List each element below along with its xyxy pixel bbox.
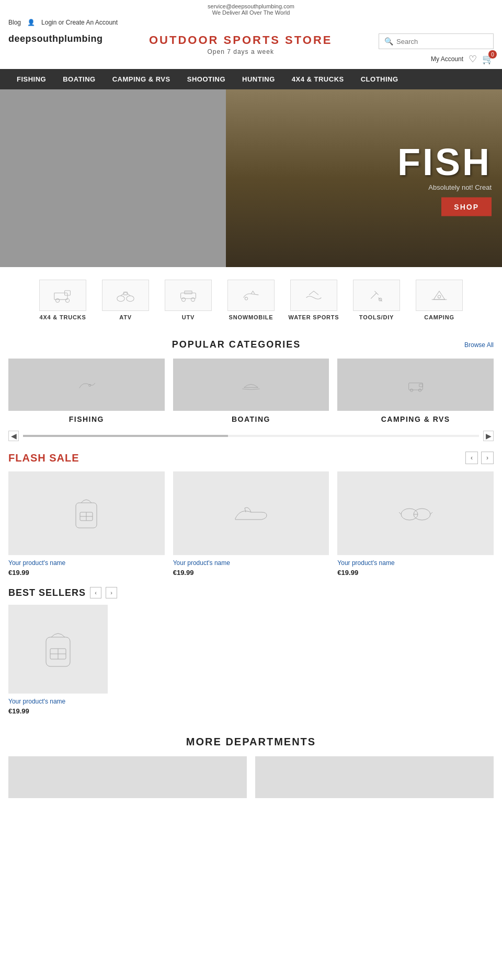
utv-icon	[179, 286, 198, 305]
svg-point-13	[438, 295, 440, 298]
tools-icon	[367, 286, 386, 305]
popular-cat-fishing-img	[8, 359, 165, 411]
cat-atv-icon-box	[102, 280, 149, 311]
cat-utv-label: UTV	[182, 314, 195, 320]
flash-sale-product-2[interactable]: Your product's name €19.99	[337, 471, 494, 577]
scroll-track	[23, 435, 479, 437]
popular-cat-camping-img	[337, 359, 494, 411]
hero-title: FISH	[397, 141, 492, 183]
hero-shop-button[interactable]: SHOP	[441, 198, 492, 216]
popular-cat-fishing[interactable]: FISHING	[8, 359, 165, 423]
header: deepsouthplumbing OUTDOOR SPORTS STORE O…	[0, 28, 502, 69]
svg-rect-16	[419, 384, 423, 387]
search-icon: 🔍	[384, 37, 393, 45]
best-seller-product-0[interactable]: Your product's name €19.99	[8, 605, 108, 715]
nav-camping-rvs[interactable]: CAMPING & RVS	[104, 69, 179, 89]
cat-tools-diy-icon-box	[353, 280, 400, 311]
best-sellers-prev-button[interactable]: ‹	[90, 587, 101, 598]
fishing-icon	[76, 374, 97, 395]
deliver-text: We Deliver All Over The World	[0, 9, 502, 16]
svg-rect-0	[54, 293, 67, 300]
popular-cat-boating[interactable]: BOATING	[173, 359, 329, 423]
nav-4x4-trucks[interactable]: 4X4 & TRUCKS	[283, 69, 352, 89]
scroll-indicator: ◀ ▶	[0, 429, 502, 443]
flash-sale-header: FLASH SALE ‹ ›	[8, 452, 494, 464]
cat-utv[interactable]: UTV	[160, 280, 216, 320]
best-sellers-title: BEST SELLERS	[8, 587, 86, 598]
scroll-left-arrow[interactable]: ◀	[8, 431, 19, 441]
cat-camping-label: CAMPING	[424, 314, 454, 320]
product-0-price: €19.99	[8, 569, 165, 577]
best-sellers-section: BEST SELLERS ‹ › Your product's name €19…	[0, 582, 502, 720]
nav-clothing[interactable]: CLOTHING	[352, 69, 407, 89]
flash-sale-prev-button[interactable]: ‹	[465, 452, 478, 464]
cat-water-sports[interactable]: WATER SPORTS	[286, 280, 342, 320]
atv-icon	[116, 286, 135, 305]
bs-product-0-img	[8, 605, 108, 694]
svg-point-17	[410, 389, 413, 391]
top-bar: service@deepsouthplumbing.com We Deliver…	[0, 0, 502, 17]
best-sellers-next-button[interactable]: ›	[106, 587, 117, 598]
shoe-icon	[230, 492, 272, 534]
store-title: OUTDOOR SPORTS STORE	[113, 33, 368, 47]
flash-sale-product-0[interactable]: Your product's name €19.99	[8, 471, 165, 577]
bs-product-0-name: Your product's name	[8, 698, 108, 705]
cat-camping[interactable]: CAMPING	[411, 280, 467, 320]
dept-item-left[interactable]	[8, 756, 247, 798]
search-box[interactable]: 🔍	[379, 33, 494, 49]
cat-atv-label: ATV	[119, 314, 132, 320]
popular-categories-section: POPULAR CATEGORIES Browse All FISHING BO…	[0, 329, 502, 429]
cat-snowmobile[interactable]: SNOWMOBILE	[223, 280, 279, 320]
popular-cat-camping-rvs-label: CAMPING & RVS	[337, 415, 494, 423]
backpack-icon	[65, 492, 107, 534]
scroll-right-arrow[interactable]: ▶	[483, 431, 494, 441]
cart-badge: 0	[488, 50, 497, 59]
bs-backpack-icon	[35, 626, 82, 673]
water-sports-icon	[304, 286, 323, 305]
popular-cat-boating-img	[173, 359, 329, 411]
hero-bg-left	[0, 89, 251, 267]
flash-sale-product-1[interactable]: Your product's name €19.99	[173, 471, 329, 577]
flash-sale-next-button[interactable]: ›	[481, 452, 494, 464]
wishlist-button[interactable]: ♡	[469, 53, 477, 65]
blog-link[interactable]: Blog	[8, 19, 21, 26]
my-account-label: My Account	[431, 55, 463, 63]
nav-shooting[interactable]: SHOOTING	[179, 69, 234, 89]
login-link[interactable]: Login or Create An Account	[41, 19, 118, 26]
hero-banner: FISH Absolutely not! Creat SHOP	[0, 89, 502, 267]
product-2-price: €19.99	[337, 569, 494, 577]
boating-icon	[241, 374, 261, 395]
more-departments-title: MORE DEPARTMENTS	[8, 736, 494, 748]
svg-point-9	[191, 298, 195, 302]
store-subtitle: Open 7 days a week	[113, 48, 368, 55]
cat-4x4-trucks[interactable]: 4X4 & TRUCKS	[35, 280, 91, 320]
cart-button[interactable]: 🛒 0	[482, 53, 494, 65]
dept-item-right[interactable]	[255, 756, 494, 798]
site-name: deepsouthplumbing	[8, 33, 102, 44]
header-center: OUTDOOR SPORTS STORE Open 7 days a week	[102, 33, 379, 55]
nav-fishing[interactable]: FISHING	[8, 69, 54, 89]
nav-hunting[interactable]: HUNTING	[234, 69, 283, 89]
popular-cat-fishing-label: FISHING	[8, 415, 165, 423]
camping-icon	[430, 286, 449, 305]
hero-subtitle: Absolutely not! Creat	[397, 183, 492, 191]
product-0-name: Your product's name	[8, 559, 165, 567]
popular-cat-camping-rvs[interactable]: CAMPING & RVS	[337, 359, 494, 423]
cat-tools-diy[interactable]: TOOLS/DIY	[348, 280, 405, 320]
svg-point-5	[127, 296, 134, 302]
popular-categories-title: POPULAR CATEGORIES	[8, 339, 464, 350]
nav-bar: FISHING BOATING CAMPING & RVS SHOOTING H…	[0, 69, 502, 89]
nav-boating[interactable]: BOATING	[54, 69, 104, 89]
svg-point-4	[117, 296, 124, 302]
cat-tools-diy-label: TOOLS/DIY	[359, 314, 394, 320]
email-text: service@deepsouthplumbing.com	[0, 3, 502, 9]
flash-sale-title: FLASH SALE	[8, 452, 79, 464]
best-sellers-header: BEST SELLERS ‹ ›	[8, 587, 494, 598]
search-input[interactable]	[396, 38, 488, 45]
popular-cats-grid: FISHING BOATING CAMPING & RVS	[8, 359, 494, 423]
bs-product-0-price: €19.99	[8, 707, 108, 715]
popular-categories-header: POPULAR CATEGORIES Browse All	[8, 339, 494, 350]
cat-atv[interactable]: ATV	[97, 280, 154, 320]
category-icons-row: 4X4 & TRUCKS ATV UTV SNOWMOBILE WATER SP…	[0, 267, 502, 329]
browse-all-link[interactable]: Browse All	[464, 341, 494, 349]
